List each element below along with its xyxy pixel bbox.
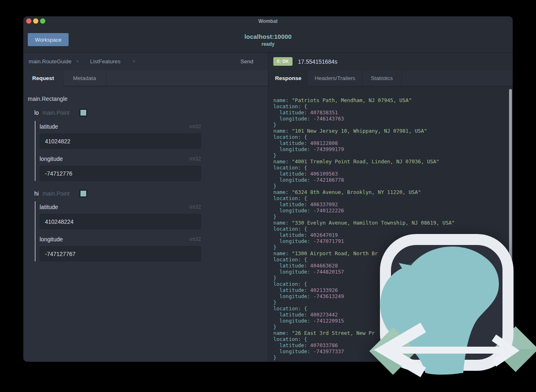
request-tabbar: Request Metadata — [23, 70, 268, 87]
hi-checkbox[interactable] — [79, 189, 87, 198]
toolbar-right: 0: OK 17.554151684s — [268, 52, 513, 70]
indent-guide — [35, 201, 36, 261]
tab-statistics[interactable]: Statistics — [362, 70, 402, 87]
tabbar-filler — [402, 70, 513, 87]
hi-longitude-input[interactable] — [40, 246, 201, 261]
indent-guide — [35, 121, 36, 181]
server-block: localhost:10000 ready — [23, 26, 513, 47]
tab-response[interactable]: Response — [268, 70, 308, 87]
toolbar: main.RouteGuide ▾ ListFeatures ▾ Send 0:… — [23, 52, 513, 70]
field-label: longitude — [40, 156, 63, 162]
status-badge: 0: OK — [273, 57, 293, 66]
wombat-logo — [360, 226, 536, 392]
chevron-down-icon: ▾ — [133, 59, 135, 64]
lo-longitude-input[interactable] — [40, 166, 201, 181]
group-hi-header: hi main.Point — [34, 189, 87, 198]
field-label-row: latitude int32 — [40, 123, 201, 130]
toolbar-left: main.RouteGuide ▾ ListFeatures ▾ Send — [23, 52, 268, 70]
field-label: longitude — [40, 236, 63, 243]
field-type-label: int32 — [190, 123, 201, 130]
field-name: hi — [34, 190, 39, 197]
field-label-row: longitude int32 — [40, 156, 201, 162]
send-button[interactable]: Send — [240, 58, 253, 65]
field-type-label: int32 — [190, 236, 201, 243]
field-label: latitude — [40, 123, 58, 130]
method-dropdown[interactable]: ListFeatures — [90, 58, 121, 65]
titlebar: Wombat — [23, 16, 513, 26]
checkmark-fill — [80, 110, 86, 116]
tab-headers-trailers[interactable]: Headers/Trailers — [308, 70, 362, 87]
server-address: localhost:10000 — [23, 33, 513, 40]
lo-latitude-input[interactable] — [40, 134, 201, 149]
screen: Wombat Workspace localhost:10000 ready m… — [0, 0, 536, 392]
duration-label: 17.554151684s — [298, 58, 337, 65]
request-form-panel: main.Rectangle lo main.Point latitude in… — [23, 87, 268, 362]
field-type: main.Point — [42, 190, 69, 197]
window-title: Wombat — [23, 16, 513, 26]
tab-metadata[interactable]: Metadata — [63, 70, 106, 87]
tabbar-filler — [106, 70, 268, 87]
chevron-down-icon: ▾ — [76, 59, 79, 64]
field-label-row: latitude int32 — [40, 204, 201, 210]
field-label: latitude — [40, 204, 58, 210]
server-status: ready — [23, 41, 513, 47]
checkmark-fill — [80, 191, 86, 196]
lo-checkbox[interactable] — [79, 109, 87, 117]
hi-latitude-input[interactable] — [40, 214, 201, 229]
field-label-row: longitude int32 — [40, 236, 201, 243]
field-type-label: int32 — [190, 204, 201, 210]
field-type: main.Point — [42, 109, 69, 116]
header: Workspace localhost:10000 ready — [23, 26, 513, 52]
group-lo-header: lo main.Point — [34, 109, 87, 117]
field-name: lo — [34, 109, 39, 116]
response-tabbar: Response Headers/Trailers Statistics — [268, 70, 513, 87]
service-dropdown[interactable]: main.RouteGuide — [29, 58, 71, 65]
field-type-label: int32 — [190, 156, 201, 162]
message-type-label: main.Rectangle — [28, 96, 67, 102]
tab-request[interactable]: Request — [23, 70, 63, 87]
